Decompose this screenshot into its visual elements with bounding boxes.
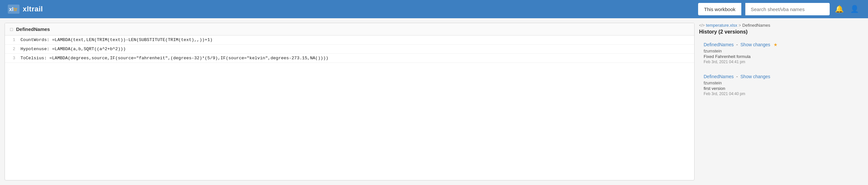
version-list: DefinedNames - Show changes ★ fzumstein … [699,39,864,103]
svg-text:tr: tr [13,6,18,12]
this-workbook-button[interactable]: This workbook [698,3,741,15]
panel-header: □ DefinedNames [5,23,694,35]
version-card: DefinedNames - Show changes fzumstein fi… [699,71,864,99]
version-user: fzumstein [704,49,859,53]
line-number: 3 [5,56,21,60]
left-panel: □ DefinedNames 1 CountWords: =LAMBDA(tex… [4,23,694,180]
breadcrumb: </> temperature.xlsx > DefinedNames [699,23,864,28]
code-icon: </> [699,23,705,28]
show-changes-link[interactable]: Show changes [740,42,770,47]
code-line: 2 Hypotenuse: =LAMBDA(a,b,SQRT((a^2+b^2)… [5,45,694,54]
breadcrumb-section: DefinedNames [742,23,770,28]
version-card: DefinedNames - Show changes ★ fzumstein … [699,39,864,68]
version-card-header: DefinedNames - Show changes [704,74,859,79]
notifications-icon[interactable]: 🔔 [834,4,845,15]
version-message: Fixed Fahrenheit formula [704,54,859,59]
show-changes-link[interactable]: Show changes [740,74,770,79]
line-number: 2 [5,47,21,51]
right-panel: </> temperature.xlsx > DefinedNames Hist… [699,18,868,185]
logo-area: xl tr xltrail [8,5,693,14]
svg-text:xl: xl [9,6,13,12]
code-area: 1 CountWords: =LAMBDA(text,LEN(TRIM(text… [5,35,694,63]
user-icon[interactable]: 👤 [849,4,860,15]
main-container: □ DefinedNames 1 CountWords: =LAMBDA(tex… [0,18,868,185]
version-date: Feb 3rd, 2021 04:41 pm [704,60,859,64]
code-line: 1 CountWords: =LAMBDA(text,LEN(TRIM(text… [5,35,694,45]
header-controls: This workbook 🔔 👤 [698,3,860,15]
version-name-link[interactable]: DefinedNames [704,42,734,47]
logo-text: xltrail [23,5,43,14]
line-content: ToCelsius: =LAMBDA(degrees,source,IF(sou… [21,56,329,60]
app-header: xl tr xltrail This workbook 🔔 👤 [0,0,868,18]
version-message: first version [704,86,859,91]
search-input[interactable] [745,3,830,15]
line-content: Hypotenuse: =LAMBDA(a,b,SQRT((a^2+b^2))) [21,47,126,51]
panel-title: DefinedNames [16,26,50,32]
logo-icon: xl tr [8,5,20,14]
version-dash: - [737,42,738,47]
version-date: Feb 3rd, 2021 04:40 pm [704,91,859,96]
star-icon: ★ [773,42,778,47]
version-name-link[interactable]: DefinedNames [704,74,734,79]
code-line: 3 ToCelsius: =LAMBDA(degrees,source,IF(s… [5,54,694,63]
version-user: fzumstein [704,80,859,85]
version-dash: - [737,74,738,79]
line-content: CountWords: =LAMBDA(text,LEN(TRIM(text))… [21,37,213,42]
breadcrumb-file-link[interactable]: temperature.xlsx [706,23,737,28]
document-icon: □ [10,27,13,32]
version-card-header: DefinedNames - Show changes ★ [704,42,859,47]
history-title: History (2 versions) [699,29,864,35]
breadcrumb-separator: > [738,23,741,28]
line-number: 1 [5,37,21,42]
